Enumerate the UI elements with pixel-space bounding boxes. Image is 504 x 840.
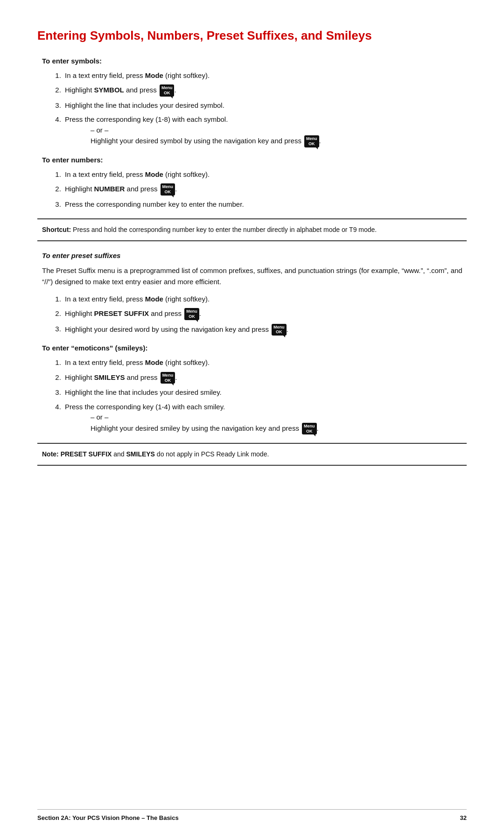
or-block: – or – Highlight your desired smiley by … bbox=[91, 412, 467, 434]
list-item: Press the corresponding number key to en… bbox=[63, 199, 467, 210]
list-item: In a text entry field, press Mode (right… bbox=[63, 294, 467, 305]
mode-bold: Mode bbox=[145, 295, 163, 303]
smileys-bold: SMILEYS bbox=[94, 373, 125, 381]
smileys-list: In a text entry field, press Mode (right… bbox=[63, 357, 467, 434]
shortcut-box: Shortcut: Press and hold the correspondi… bbox=[37, 218, 467, 241]
list-item: In a text entry field, press Mode (right… bbox=[63, 357, 467, 368]
list-item: In a text entry field, press Mode (right… bbox=[63, 169, 467, 180]
shortcut-text: Press and hold the corresponding number … bbox=[73, 226, 377, 233]
list-item: Press the corresponding key (1-8) with e… bbox=[63, 114, 467, 147]
preset-section: To enter preset suffixes The Preset Suff… bbox=[37, 252, 467, 336]
note-label: Note: bbox=[42, 450, 61, 458]
symbols-list: In a text entry field, press Mode (right… bbox=[63, 70, 467, 147]
menu-ok-key: MenuOK bbox=[304, 135, 319, 147]
footer-left: Section 2A: Your PCS Vision Phone – The … bbox=[37, 814, 179, 821]
menu-ok-key: MenuOK bbox=[302, 423, 317, 435]
list-item: Highlight PRESET SUFFIX and press MenuOK… bbox=[63, 308, 467, 320]
mode-bold: Mode bbox=[145, 358, 163, 366]
numbers-list: In a text entry field, press Mode (right… bbox=[63, 169, 467, 210]
mode-bold: Mode bbox=[145, 71, 163, 79]
list-item: Highlight the line that includes your de… bbox=[63, 100, 467, 111]
list-item: Highlight your desired word by using the… bbox=[63, 324, 467, 336]
numbers-section: To enter numbers: In a text entry field,… bbox=[37, 156, 467, 210]
preset-list: In a text entry field, press Mode (right… bbox=[63, 294, 467, 336]
list-item: Highlight the line that includes your de… bbox=[63, 387, 467, 398]
preset-label: To enter preset suffixes bbox=[42, 252, 467, 259]
note-mid: and bbox=[112, 450, 126, 458]
menu-ok-key: MenuOK bbox=[161, 183, 175, 196]
note-preset-suffix: PRESET SUFFIX bbox=[61, 450, 112, 458]
shortcut-label: Shortcut: bbox=[42, 226, 71, 233]
note-box: Note: PRESET SUFFIX and SMILEYS do not a… bbox=[37, 443, 467, 466]
note-after: do not apply in PCS Ready Link mode. bbox=[155, 450, 269, 458]
preset-suffix-bold: PRESET SUFFIX bbox=[94, 309, 149, 317]
footer-right: 32 bbox=[460, 814, 467, 821]
mode-bold: Mode bbox=[145, 170, 163, 178]
or-block: – or – Highlight your desired symbol by … bbox=[91, 125, 467, 147]
menu-ok-key: MenuOK bbox=[160, 84, 175, 97]
menu-ok-key: MenuOK bbox=[272, 324, 287, 336]
list-item: Highlight SMILEYS and press MenuOK. bbox=[63, 372, 467, 384]
preset-desc: The Preset Suffix menu is a preprogramme… bbox=[42, 265, 467, 287]
number-bold: NUMBER bbox=[94, 185, 125, 193]
page-title: Entering Symbols, Numbers, Preset Suffix… bbox=[37, 28, 467, 44]
smileys-label: To enter “emoticons” (smileys): bbox=[42, 344, 467, 352]
list-item: Highlight NUMBER and press MenuOK. bbox=[63, 183, 467, 196]
menu-ok-key: MenuOK bbox=[161, 372, 175, 384]
list-item: Press the corresponding key (1-4) with e… bbox=[63, 402, 467, 435]
note-smileys: SMILEYS bbox=[126, 450, 155, 458]
list-item: In a text entry field, press Mode (right… bbox=[63, 70, 467, 81]
smileys-section: To enter “emoticons” (smileys): In a tex… bbox=[37, 344, 467, 434]
symbol-bold: SYMBOL bbox=[94, 86, 124, 94]
numbers-label: To enter numbers: bbox=[42, 156, 467, 164]
menu-ok-key: MenuOK bbox=[184, 308, 199, 320]
symbols-section: To enter symbols: In a text entry field,… bbox=[37, 57, 467, 147]
list-item: Highlight SYMBOL and press MenuOK. bbox=[63, 84, 467, 97]
footer: Section 2A: Your PCS Vision Phone – The … bbox=[37, 809, 467, 821]
symbols-label: To enter symbols: bbox=[42, 57, 467, 65]
